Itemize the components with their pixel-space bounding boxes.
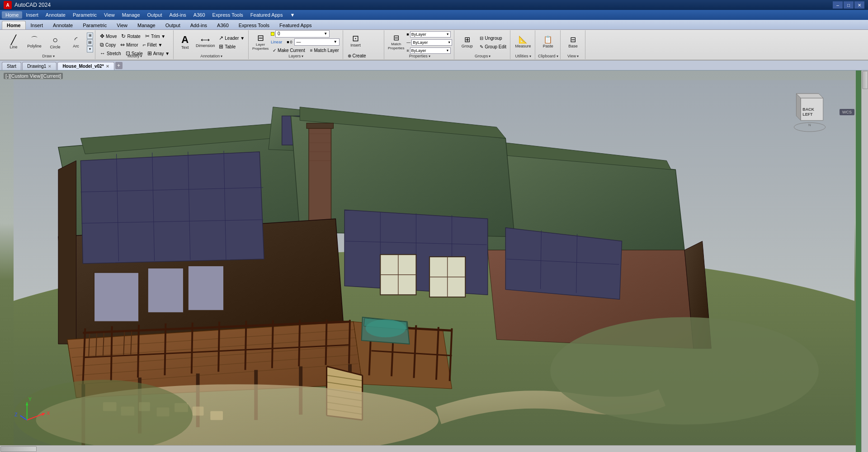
menu-manage[interactable]: Manage: [118, 11, 144, 19]
trim-button[interactable]: ✂Trim ▼: [143, 32, 167, 40]
ribbon: Home Insert Annotate Parametric View Man…: [0, 20, 868, 61]
fillet-button[interactable]: ⌐Fillet ▼: [141, 41, 164, 49]
menu-annotate[interactable]: Annotate: [42, 11, 69, 19]
tab-house-close[interactable]: ✕: [106, 64, 109, 69]
menu-insert[interactable]: Insert: [22, 11, 42, 19]
menu-addins[interactable]: Add-ins: [166, 11, 190, 19]
properties-group-content: ⊟ MatchProperties ■ ByLayer ▼ —: [387, 31, 452, 53]
table-label: Table: [225, 44, 236, 49]
match-props-label: MatchProperties: [388, 42, 404, 51]
rotate-icon: ↻: [121, 33, 126, 39]
group-edit-button[interactable]: ✎Group Edit: [478, 42, 508, 51]
tab-a360[interactable]: A360: [212, 21, 234, 29]
annotation-label-text: Annotation: [200, 54, 220, 58]
layer-props-icon: ⊟: [257, 34, 264, 42]
ungroup-button[interactable]: ⊟Ungroup: [478, 34, 508, 42]
draw-hatch-icon[interactable]: ▤: [87, 39, 93, 46]
tab-parametric[interactable]: Parametric: [78, 21, 112, 29]
layer-dropdown[interactable]: 0 ▼: [275, 30, 330, 38]
circle-button[interactable]: ○ Circle: [45, 32, 65, 53]
menu-express-tools[interactable]: Express Tools: [209, 11, 247, 19]
move-button[interactable]: ✥Move: [98, 32, 118, 40]
insert-button[interactable]: ⊡ Insert: [346, 31, 366, 51]
tab-express-tools[interactable]: Express Tools: [234, 21, 274, 29]
tab-manage[interactable]: Manage: [132, 21, 160, 29]
layer-dropdown-arrow: ▼: [324, 32, 327, 36]
layer-line-dropdown[interactable]: — ▼: [294, 38, 340, 46]
base-button[interactable]: ⊟ Base: [563, 32, 583, 53]
table-button[interactable]: ⊞Table: [217, 42, 246, 51]
menu-parametric[interactable]: Parametric: [69, 11, 100, 19]
line-button[interactable]: ╱ Line: [4, 32, 24, 53]
mirror-button[interactable]: ⇔Mirror: [118, 41, 140, 49]
arc-button[interactable]: ◜ Arc: [66, 32, 86, 53]
copy-button[interactable]: ⧉Copy: [98, 41, 118, 49]
layer-color-swatch: [271, 32, 274, 36]
arc-label: Arc: [73, 44, 79, 49]
group-button[interactable]: ⊞ Group: [457, 32, 477, 53]
tab-featured[interactable]: Featured Apps: [274, 21, 317, 29]
dimension-label: Dimension: [196, 44, 215, 48]
add-tab-button[interactable]: +: [115, 62, 123, 69]
linetype-dropdown[interactable]: ByLayer ▼: [411, 39, 452, 46]
menu-overflow[interactable]: ▼: [286, 11, 298, 19]
view-group-label: View▾: [563, 53, 583, 58]
ribbon-group-clipboard: 📋 Paste Clipboard▾: [536, 30, 561, 59]
menu-home[interactable]: Home: [2, 11, 22, 19]
minimize-button[interactable]: –: [833, 1, 843, 9]
layers-group-label: Layers▾: [251, 53, 340, 58]
annotation-group-content: A Text ⟷ Dimension ↗Leader ▼ ⊞Table: [176, 31, 246, 53]
draw-group-label: Draw▾: [4, 53, 93, 58]
layer-props-label: LayerProperties: [252, 43, 269, 51]
horizontal-scrollbar[interactable]: [0, 445, 861, 452]
tab-house-model[interactable]: House_Model_v02* ✕: [57, 62, 114, 70]
ribbon-group-draw: ╱ Line ⌒ Polyline ○ Circle ◜ Arc ⊞: [2, 30, 95, 59]
tab-view[interactable]: View: [112, 21, 132, 29]
tab-output[interactable]: Output: [160, 21, 185, 29]
polyline-button[interactable]: ⌒ Polyline: [24, 32, 44, 53]
vscroll-thumb[interactable]: [862, 71, 868, 89]
text-button[interactable]: A Text: [176, 32, 193, 53]
leader-button[interactable]: ↗Leader ▼: [217, 34, 246, 42]
dimension-button[interactable]: ⟷ Dimension: [194, 32, 216, 53]
tab-insert[interactable]: Insert: [26, 21, 48, 29]
measure-button[interactable]: 📐 Measure: [513, 32, 533, 53]
tab-drawing1[interactable]: Drawing1 ✕: [22, 62, 57, 70]
svg-marker-20: [80, 152, 264, 264]
rotate-label: Rotate: [127, 34, 140, 39]
menu-a360[interactable]: A360: [190, 11, 209, 19]
color-row: ■ ByLayer ▼: [406, 31, 452, 38]
match-props-button[interactable]: ⊟ MatchProperties: [387, 33, 405, 52]
maximize-button[interactable]: □: [844, 1, 854, 9]
draw-expand-icon[interactable]: ⊞: [87, 33, 93, 39]
groups-label-text: Groups: [475, 54, 488, 58]
color-dropdown[interactable]: ByLayer ▼: [410, 31, 451, 38]
ribbon-group-modify: ✥Move ↻Rotate ✂Trim ▼ ⧉Copy ⇔Mirror ⌐Fil…: [96, 30, 174, 59]
tab-drawing1-close[interactable]: ✕: [48, 64, 52, 69]
paste-button[interactable]: 📋 Paste: [538, 32, 558, 53]
tab-home[interactable]: Home: [2, 21, 26, 29]
viewport[interactable]: X Y Z BACK LEFT N WCS [-][Custom View][C…: [0, 71, 868, 452]
color-label: ■: [406, 32, 409, 37]
tab-start[interactable]: Start: [2, 62, 21, 70]
create-button[interactable]: ⊕Create: [346, 52, 382, 60]
rotate-button[interactable]: ↻Rotate: [119, 32, 142, 40]
linear-label[interactable]: Linear: [271, 40, 282, 44]
svg-rect-43: [148, 268, 184, 313]
svg-rect-104: [210, 411, 223, 420]
layer-props-button[interactable]: ⊟ LayerProperties: [251, 33, 269, 52]
groups-content: ⊞ Group ⊟Ungroup ✎Group Edit: [457, 31, 508, 53]
svg-text:Z: Z: [14, 412, 18, 417]
tab-addins[interactable]: Add-ins: [185, 21, 212, 29]
menu-featured-apps[interactable]: Featured Apps: [247, 11, 287, 19]
draw-group-content: ╱ Line ⌒ Polyline ○ Circle ◜ Arc ⊞: [4, 31, 93, 53]
lineweight-dropdown[interactable]: ByLayer ▼: [410, 47, 451, 54]
menu-view[interactable]: View: [100, 11, 118, 19]
menu-output[interactable]: Output: [144, 11, 166, 19]
vertical-scrollbar[interactable]: [861, 71, 868, 452]
close-button[interactable]: ✕: [854, 1, 864, 9]
ribbon-group-groups: ⊞ Group ⊟Ungroup ✎Group Edit Groups▾: [455, 30, 510, 59]
hscroll-thumb[interactable]: [0, 446, 37, 452]
draw-more-icon[interactable]: ▾: [87, 46, 93, 52]
tab-annotate[interactable]: Annotate: [48, 21, 78, 29]
